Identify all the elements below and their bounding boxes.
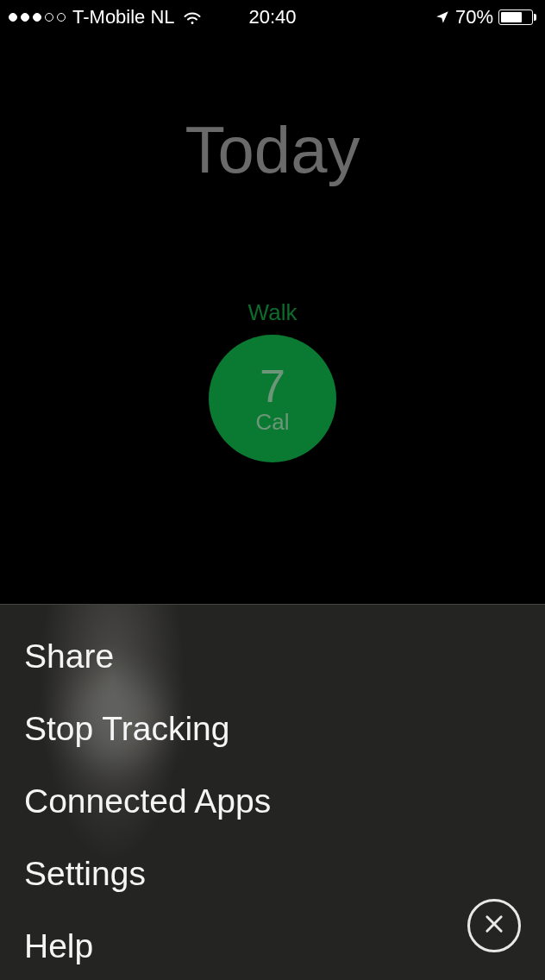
activity-summary: Walk 7 Cal <box>0 299 545 462</box>
close-icon <box>482 912 506 939</box>
status-bar-right: 70% <box>435 6 536 28</box>
menu-sheet: Share Stop Tracking Connected Apps Setti… <box>0 604 545 980</box>
status-bar: T-Mobile NL 20:40 70% <box>0 0 545 35</box>
status-bar-time: 20:40 <box>248 6 296 28</box>
main-content: Today Walk 7 Cal <box>0 112 545 462</box>
battery-percent-label: 70% <box>455 6 493 28</box>
activity-value: 7 <box>260 362 285 409</box>
wifi-icon <box>182 7 203 28</box>
location-icon <box>435 9 450 25</box>
menu-item-share[interactable]: Share <box>24 620 521 693</box>
carrier-label: T-Mobile NL <box>72 6 175 28</box>
signal-strength-icon <box>9 13 66 22</box>
close-button[interactable] <box>467 899 521 952</box>
activity-circle[interactable]: 7 Cal <box>209 335 336 462</box>
menu-list: Share Stop Tracking Connected Apps Setti… <box>0 605 545 980</box>
menu-item-stop-tracking[interactable]: Stop Tracking <box>24 693 521 765</box>
activity-unit: Cal <box>255 409 289 436</box>
menu-item-settings[interactable]: Settings <box>24 838 521 910</box>
menu-item-help[interactable]: Help <box>24 910 521 980</box>
status-bar-left: T-Mobile NL <box>9 6 203 28</box>
activity-type-label: Walk <box>248 299 298 326</box>
battery-icon <box>498 9 536 25</box>
page-title: Today <box>0 112 545 187</box>
menu-item-connected-apps[interactable]: Connected Apps <box>24 765 521 838</box>
